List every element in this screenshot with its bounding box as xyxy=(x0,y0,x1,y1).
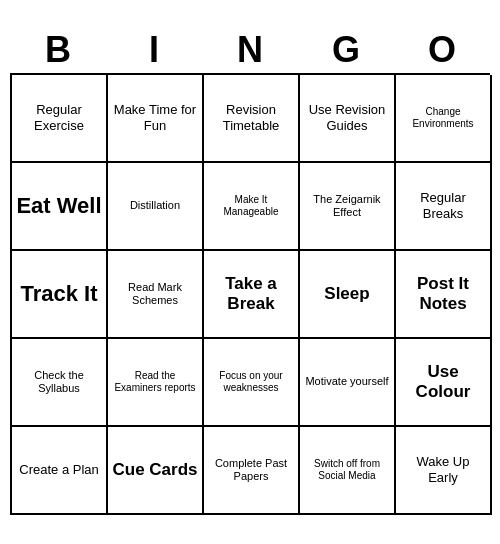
cell-text-18: Motivate yourself xyxy=(305,375,388,388)
bingo-cell-17: Focus on your weaknesses xyxy=(204,339,300,427)
cell-text-2: Revision Timetable xyxy=(208,102,294,133)
cell-text-22: Complete Past Papers xyxy=(208,457,294,483)
cell-text-1: Make Time for Fun xyxy=(112,102,198,133)
cell-text-20: Create a Plan xyxy=(19,462,99,478)
bingo-cell-11: Read Mark Schemes xyxy=(108,251,204,339)
bingo-letter-I: I xyxy=(110,29,198,71)
cell-text-17: Focus on your weaknesses xyxy=(208,370,294,394)
cell-text-19: Use Colour xyxy=(400,362,486,403)
cell-text-11: Read Mark Schemes xyxy=(112,281,198,307)
bingo-cell-23: Switch off from Social Media xyxy=(300,427,396,515)
bingo-cell-18: Motivate yourself xyxy=(300,339,396,427)
cell-text-10: Track It xyxy=(20,281,97,307)
bingo-cell-8: The Zeigarnik Effect xyxy=(300,163,396,251)
cell-text-14: Post It Notes xyxy=(400,274,486,315)
cell-text-8: The Zeigarnik Effect xyxy=(304,193,390,219)
bingo-cell-6: Distillation xyxy=(108,163,204,251)
cell-text-15: Check the Syllabus xyxy=(16,369,102,395)
cell-text-24: Wake Up Early xyxy=(400,454,486,485)
cell-text-9: Regular Breaks xyxy=(400,190,486,221)
bingo-grid: Regular ExerciseMake Time for FunRevisio… xyxy=(10,73,490,515)
bingo-cell-5: Eat Well xyxy=(12,163,108,251)
bingo-header: BINGO xyxy=(10,29,490,71)
bingo-letter-N: N xyxy=(206,29,294,71)
bingo-cell-14: Post It Notes xyxy=(396,251,492,339)
bingo-cell-20: Create a Plan xyxy=(12,427,108,515)
bingo-cell-9: Regular Breaks xyxy=(396,163,492,251)
bingo-cell-16: Read the Examiners reports xyxy=(108,339,204,427)
bingo-cell-10: Track It xyxy=(12,251,108,339)
bingo-cell-12: Take a Break xyxy=(204,251,300,339)
bingo-cell-22: Complete Past Papers xyxy=(204,427,300,515)
cell-text-5: Eat Well xyxy=(16,193,101,219)
bingo-cell-19: Use Colour xyxy=(396,339,492,427)
bingo-cell-4: Change Environments xyxy=(396,75,492,163)
bingo-cell-2: Revision Timetable xyxy=(204,75,300,163)
bingo-letter-O: O xyxy=(398,29,486,71)
bingo-cell-24: Wake Up Early xyxy=(396,427,492,515)
bingo-letter-B: B xyxy=(14,29,102,71)
bingo-cell-21: Cue Cards xyxy=(108,427,204,515)
bingo-cell-3: Use Revision Guides xyxy=(300,75,396,163)
bingo-card: BINGO Regular ExerciseMake Time for FunR… xyxy=(10,29,490,515)
cell-text-6: Distillation xyxy=(130,199,180,212)
bingo-cell-15: Check the Syllabus xyxy=(12,339,108,427)
bingo-cell-7: Make It Manageable xyxy=(204,163,300,251)
cell-text-16: Read the Examiners reports xyxy=(112,370,198,394)
bingo-cell-1: Make Time for Fun xyxy=(108,75,204,163)
cell-text-13: Sleep xyxy=(324,284,369,304)
cell-text-12: Take a Break xyxy=(208,274,294,315)
cell-text-23: Switch off from Social Media xyxy=(304,458,390,482)
cell-text-21: Cue Cards xyxy=(112,460,197,480)
bingo-letter-G: G xyxy=(302,29,390,71)
cell-text-7: Make It Manageable xyxy=(208,194,294,218)
cell-text-4: Change Environments xyxy=(400,106,486,130)
bingo-cell-0: Regular Exercise xyxy=(12,75,108,163)
cell-text-3: Use Revision Guides xyxy=(304,102,390,133)
cell-text-0: Regular Exercise xyxy=(16,102,102,133)
bingo-cell-13: Sleep xyxy=(300,251,396,339)
